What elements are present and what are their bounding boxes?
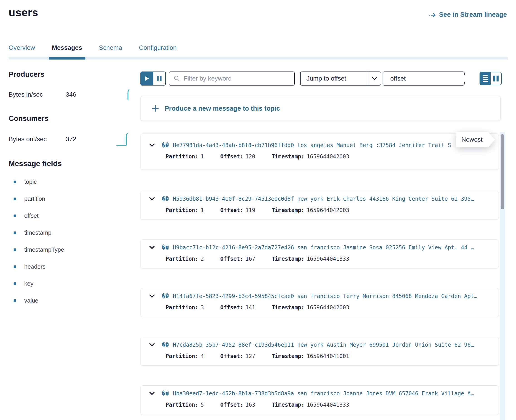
field-bullet-icon: [14, 248, 16, 251]
offset-search-input[interactable]: [390, 75, 472, 82]
field-item-value[interactable]: value: [9, 297, 131, 304]
search-icon: [174, 75, 180, 82]
chevron-down-icon[interactable]: [149, 143, 155, 147]
list-view-icon: [483, 75, 488, 76]
message-meta: Partition:4 Offset:127 Timestamp:1659644…: [166, 353, 499, 359]
tab-schema[interactable]: Schema: [99, 44, 122, 57]
message-fields-list: topic partition offset timestamp timesta…: [9, 178, 131, 304]
offset-value: 163: [246, 402, 255, 408]
list-view-button[interactable]: [480, 72, 491, 85]
jump-to-offset-value: Jump to offset: [300, 75, 368, 82]
chevron-down-icon[interactable]: [149, 343, 155, 346]
view-toggle-group: [479, 72, 502, 85]
chevron-down-icon[interactable]: [149, 392, 155, 395]
bytes-out-metric: Bytes out/sec 372: [9, 132, 131, 146]
message-card[interactable]: �� H14fa67fe-5823-4299-b3c4-595845cfcae0…: [140, 288, 499, 317]
timestamp-value: 1659644041333: [307, 402, 349, 408]
jump-to-offset-select[interactable]: Jump to offset: [300, 72, 381, 86]
message-meta: Partition:2 Offset:167 Timestamp:1659644…: [166, 256, 499, 262]
bytes-out-value: 372: [66, 135, 76, 143]
bytes-in-metric: Bytes in/sec 346: [9, 88, 131, 101]
scrollbar-thumb[interactable]: [501, 134, 504, 209]
field-item-partition[interactable]: partition: [9, 195, 131, 202]
play-icon: [145, 76, 149, 81]
sidebar: Producers Bytes in/sec 346 Consumers Byt…: [9, 70, 131, 314]
field-item-headers[interactable]: headers: [9, 263, 131, 270]
field-bullet-icon: [14, 215, 16, 217]
column-view-button[interactable]: [491, 72, 501, 85]
tab-configuration[interactable]: Configuration: [139, 44, 177, 57]
tab-overview[interactable]: Overview: [9, 44, 35, 57]
message-meta: Partition:1 Offset:120 Timestamp:1659644…: [166, 153, 499, 160]
message-meta: Partition:1 Offset:119 Timestamp:1659644…: [166, 207, 499, 213]
message-card[interactable]: �� H5936db81-b943-4e0f-8c29-74513e0c0d8f…: [140, 191, 499, 220]
offset-value: 141: [246, 304, 255, 311]
field-item-key[interactable]: key: [9, 280, 131, 287]
field-item-timestamp[interactable]: timestamp: [9, 229, 131, 236]
field-bullet-icon: [14, 198, 16, 200]
message-card[interactable]: �� Hba30eed7-1edc-452b-8b1a-738d3b5d8a9a…: [140, 385, 499, 415]
produce-message-button[interactable]: Produce a new message to this topic: [140, 96, 501, 121]
newest-marker-label: Newest: [456, 132, 488, 147]
filter-input-wrap: [169, 72, 295, 86]
play-button[interactable]: [141, 72, 153, 85]
timestamp-value: 1659644042003: [307, 153, 349, 160]
consumers-heading: Consumers: [9, 114, 131, 123]
play-pause-group: [140, 72, 166, 86]
dashed-arrow-icon: [429, 12, 436, 18]
replacement-glyphs: ��: [162, 195, 169, 202]
bytes-out-sparkline-icon: [116, 132, 131, 146]
message-card[interactable]: �� H9bacc71c-b12c-4216-8e95-2a7da727e426…: [140, 240, 499, 268]
message-meta: Partition:3 Offset:141 Timestamp:1659644…: [166, 304, 499, 311]
bytes-out-label: Bytes out/sec: [9, 135, 66, 143]
partition-value: 5: [201, 402, 204, 408]
pause-button[interactable]: [153, 72, 165, 85]
partition-value: 2: [201, 256, 204, 262]
newest-marker-arrow-icon: [488, 132, 495, 147]
topic-messages-page: users See in Stream lineage Overview Mes…: [0, 0, 516, 420]
offset-search-wrap: [383, 72, 465, 86]
offset-value: 127: [246, 353, 255, 359]
column-view-icon: [493, 75, 495, 82]
scrollbar-track[interactable]: [500, 132, 505, 420]
stream-lineage-link[interactable]: See in Stream lineage: [429, 11, 507, 18]
chevron-down-icon: [372, 77, 377, 80]
field-bullet-icon: [14, 265, 16, 268]
plus-icon: [152, 105, 159, 112]
message-card[interactable]: �� H7cda825b-35b7-4952-88ef-c193d546eb11…: [140, 337, 499, 366]
partition-value: 3: [201, 304, 204, 311]
timestamp-value: 1659644041333: [307, 256, 349, 262]
timestamp-value: 1659644042003: [307, 207, 349, 213]
timestamp-value: 1659644041001: [307, 353, 349, 359]
tab-messages[interactable]: Messages: [52, 44, 82, 57]
message-meta: Partition:5 Offset:163 Timestamp:1659644…: [166, 402, 499, 408]
message-key-summary: H7cda825b-35b7-4952-88ef-c193d546eb11 ne…: [173, 342, 474, 348]
replacement-glyphs: ��: [162, 390, 169, 397]
field-item-offset[interactable]: offset: [9, 212, 131, 219]
filter-by-keyword-input[interactable]: [184, 75, 290, 82]
timestamp-value: 1659644042003: [307, 304, 349, 311]
replacement-glyphs: ��: [162, 142, 169, 149]
field-item-topic[interactable]: topic: [9, 178, 131, 185]
message-key-summary: H9bacc71c-b12c-4216-8e95-2a7da727e426 sa…: [173, 244, 474, 251]
bytes-in-value: 346: [66, 91, 76, 98]
newest-marker: Newest: [456, 132, 488, 147]
message-key-summary: H5936db81-b943-4e0f-8c29-74513e0c0d8f ne…: [173, 196, 474, 202]
partition-value: 1: [201, 207, 204, 213]
chevron-down-icon[interactable]: [149, 197, 155, 201]
field-bullet-icon: [14, 180, 16, 183]
message-key-summary: Hba30eed7-1edc-452b-8b1a-738d3b5d8a9a sa…: [173, 390, 474, 397]
pause-icon: [157, 76, 159, 81]
producers-heading: Producers: [9, 70, 131, 79]
message-fields-heading: Message fields: [9, 159, 131, 168]
message-card[interactable]: �� He77981da-4a43-48ab-b8f8-cb71b96ffdd0…: [140, 134, 499, 170]
produce-message-label: Produce a new message to this topic: [165, 105, 280, 112]
chevron-down-icon[interactable]: [149, 294, 155, 298]
message-key-summary: He77981da-4a43-48ab-b8f8-cb71b96ffdd0 lo…: [173, 142, 451, 149]
messages-toolbar: Jump to offset: [140, 72, 502, 86]
select-chevron-cell[interactable]: [368, 72, 381, 85]
field-bullet-icon: [14, 282, 16, 285]
chevron-down-icon[interactable]: [149, 246, 155, 249]
replacement-glyphs: ��: [162, 341, 169, 348]
field-item-timestampType[interactable]: timestampType: [9, 246, 131, 253]
